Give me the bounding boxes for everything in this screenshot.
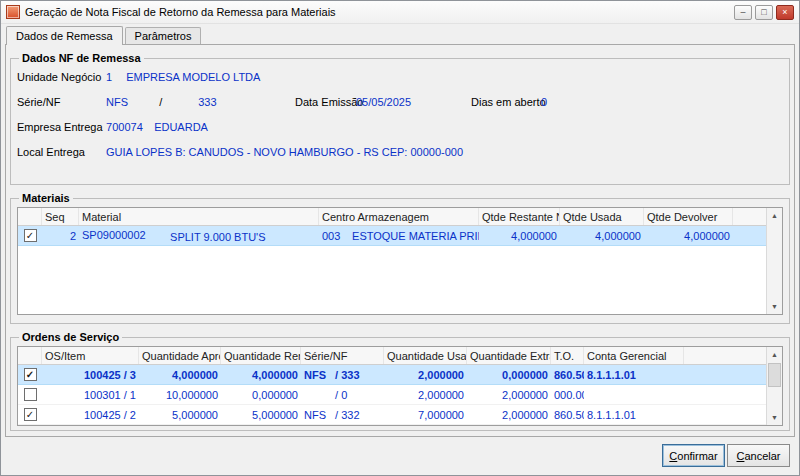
serie-nf-separator: / <box>159 90 195 115</box>
group-dados-nf-remessa: Dados NF de Remessa Unidade Negócio 1 EM… <box>10 52 790 185</box>
to-cell: 000.00 <box>551 389 584 401</box>
tab-strip: Dados de Remessa Parâmetros <box>1 24 799 44</box>
empresa-entrega-code: 700074 <box>106 115 151 140</box>
local-entrega-value: GUIA LOPES B: CANUDOS - NOVO HAMBURGO - … <box>106 146 463 158</box>
checkbox-cell: ✓ <box>18 408 42 421</box>
os-item-column-header[interactable]: OS/Item <box>42 347 139 364</box>
window-title: Geração de Nota Fiscal de Retorno da Rem… <box>25 6 336 18</box>
quantidade-aprovada-cell: 4,000000 <box>139 369 221 381</box>
tab-dados-de-remessa[interactable]: Dados de Remessa <box>6 26 123 45</box>
quantidade-aprovada-column-header[interactable]: Quantidade Aprovada <box>139 347 221 364</box>
data-emissao-value: 05/05/2025 <box>356 90 411 115</box>
centro-desc: ESTOQUE MATERIA PRIMA <box>352 230 479 242</box>
confirm-button-label: Confirmar <box>663 450 724 462</box>
tab-parametros[interactable]: Parâmetros <box>125 27 202 44</box>
group-materiais-title: Materiais <box>19 192 73 204</box>
centro-armazenagem-cell: 003 ESTOQUE MATERIA PRIMA <box>319 230 479 242</box>
quantidade-aprovada-cell: 10,000000 <box>139 389 221 401</box>
os-row[interactable]: ✓ 100425 / 3 4,000000 4,000000 NFS / 333… <box>18 365 782 385</box>
conta-gerencial-column-header[interactable]: Conta Gerencial <box>584 347 684 364</box>
scroll-up-icon[interactable]: ▲ <box>767 347 782 362</box>
unidade-negocio-label: Unidade Negócio <box>17 65 103 90</box>
conta-gerencial-cell: 8.1.1.1.01 <box>584 369 684 381</box>
qtde-usada-column-header[interactable]: Qtde Usada <box>560 208 644 225</box>
serie-value: NFS <box>304 369 332 381</box>
quantidade-remetida-column-header[interactable]: Quantidade Remetida <box>221 347 301 364</box>
quantidade-extra-column-header[interactable]: Quantidade Extra <box>467 347 551 364</box>
nf-value: 333 <box>198 96 216 108</box>
minimize-button[interactable]: – <box>734 5 752 20</box>
local-entrega-label: Local Entrega <box>17 140 103 165</box>
quantidade-remetida-cell: 0,000000 <box>221 389 301 401</box>
material-desc: SPLIT 9.000 BTU'S <box>170 231 265 243</box>
quantidade-aprovada-cell: 5,000000 <box>139 409 221 421</box>
scroll-up-icon[interactable]: ▲ <box>767 208 782 223</box>
materials-scrollbar[interactable]: ▲ ▼ <box>766 208 782 314</box>
group-ordens-de-servico: Ordens de Serviço OS/Item Quantidade Apr… <box>10 331 790 431</box>
scroll-down-icon[interactable]: ▼ <box>767 299 782 314</box>
close-button[interactable]: × <box>776 5 794 20</box>
materials-grid-header: Seq Material Centro Armazenagem Qtde Res… <box>18 208 782 226</box>
qtde-restante-nf-column-header[interactable]: Qtde Restante NF <box>479 208 560 225</box>
material-cell: SP09000002 SPLIT 9.000 BTU'S <box>79 229 319 243</box>
footer: Confirmar Cancelar <box>1 437 799 475</box>
maximize-button[interactable]: □ <box>755 5 773 20</box>
field-row-unidade-negocio: Unidade Negócio 1 EMPRESA MODELO LTDA <box>17 65 783 90</box>
dias-em-aberto-label: Dias em aberto <box>471 90 546 115</box>
to-cell: 860.50 <box>551 409 584 421</box>
data-emissao-label: Data Emissão <box>295 90 363 115</box>
nf-value: / 333 <box>335 369 359 381</box>
field-row-empresa-entrega: Empresa Entrega 700074 EDUARDA <box>17 115 783 140</box>
unidade-negocio-name: EMPRESA MODELO LTDA <box>126 71 260 83</box>
serie-nf-column-header[interactable]: Série/NF <box>301 347 384 364</box>
quantidade-extra-cell: 2,000000 <box>467 389 551 401</box>
service-orders-scrollbar[interactable]: ▲ ▼ <box>766 347 782 425</box>
seq-column-header[interactable]: Seq <box>42 208 79 225</box>
serie-nf-cell: / 0 <box>301 389 384 401</box>
quantidade-extra-cell: 0,000000 <box>467 369 551 381</box>
confirm-button[interactable]: Confirmar <box>662 444 725 467</box>
qtde-devolver-cell: 4,000000 <box>644 230 733 242</box>
quantidade-usada-cell: 2,000000 <box>384 369 467 381</box>
cancel-button[interactable]: Cancelar <box>727 444 790 467</box>
quantidade-remetida-cell: 5,000000 <box>221 409 301 421</box>
material-code: SP09000002 <box>82 229 167 241</box>
nf-value: / 332 <box>335 409 359 421</box>
field-row-serie-nf: Série/NF NFS / 333 Data Emissão 05/05/20… <box>17 90 783 115</box>
scroll-down-icon[interactable]: ▼ <box>767 410 782 425</box>
conta-gerencial-cell: 8.1.1.1.01 <box>584 409 684 421</box>
scrollbar-thumb[interactable] <box>768 363 781 387</box>
row-checkbox[interactable]: ✓ <box>24 408 37 421</box>
titlebar[interactable]: Geração de Nota Fiscal de Retorno da Rem… <box>1 1 799 24</box>
row-checkbox[interactable] <box>24 388 37 401</box>
os-item-cell: 100301 / 1 <box>42 389 139 401</box>
centro-armazenagem-column-header[interactable]: Centro Armazenagem <box>319 208 479 225</box>
checkbox-cell: ✓ <box>18 368 42 381</box>
row-checkbox[interactable]: ✓ <box>24 229 37 242</box>
tab-panel: Dados NF de Remessa Unidade Negócio 1 EM… <box>5 44 795 437</box>
materials-grid: Seq Material Centro Armazenagem Qtde Res… <box>17 207 783 315</box>
nf-value: / 0 <box>335 389 347 401</box>
material-row[interactable]: ✓ 2 SP09000002 SPLIT 9.000 BTU'S 003 EST… <box>18 226 782 246</box>
qtde-devolver-column-header[interactable]: Qtde Devolver <box>644 208 733 225</box>
qtde-restante-nf-cell: 4,000000 <box>479 230 560 242</box>
unidade-negocio-code: 1 <box>106 65 123 90</box>
checkbox-cell <box>18 388 42 401</box>
serie-value: NFS <box>304 409 332 421</box>
empresa-entrega-name: EDUARDA <box>154 121 208 133</box>
service-orders-grid-header: OS/Item Quantidade Aprovada Quantidade R… <box>18 347 782 365</box>
dialog-window: Geração de Nota Fiscal de Retorno da Rem… <box>0 0 800 476</box>
material-column-header[interactable]: Material <box>79 208 319 225</box>
os-row[interactable]: ✓ 100425 / 2 5,000000 5,000000 NFS / 332… <box>18 405 782 425</box>
to-cell: 860.50 <box>551 369 584 381</box>
to-column-header[interactable]: T.O. <box>551 347 584 364</box>
empresa-entrega-label: Empresa Entrega <box>17 115 103 140</box>
quantidade-usada-column-header[interactable]: Quantidade Usada <box>384 347 467 364</box>
os-row[interactable]: 100301 / 1 10,000000 0,000000 / 0 2,0000… <box>18 385 782 405</box>
os-item-cell: 100425 / 3 <box>42 369 139 381</box>
group-materiais: Materiais Seq Material Centro Armazenage… <box>10 192 790 324</box>
select-column-header <box>18 347 42 364</box>
select-column-header <box>18 208 42 225</box>
row-checkbox[interactable]: ✓ <box>24 368 37 381</box>
checkbox-cell: ✓ <box>18 229 42 242</box>
